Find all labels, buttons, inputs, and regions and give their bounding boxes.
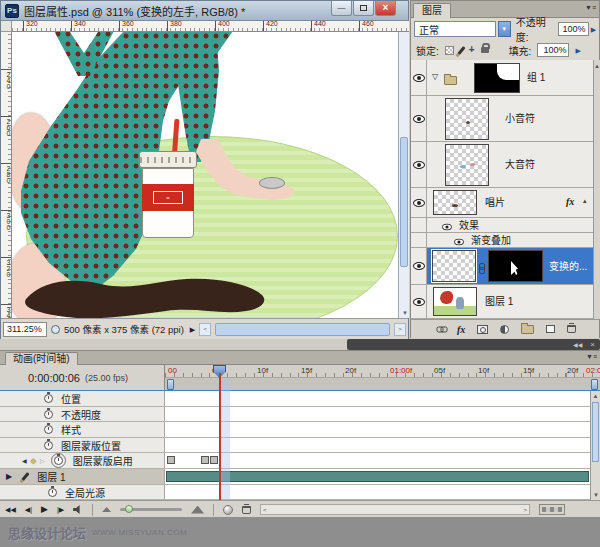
layer-thumbnail[interactable] xyxy=(433,190,477,215)
stopwatch-icon[interactable] xyxy=(44,441,53,450)
opacity-slider-icon[interactable] xyxy=(591,26,596,33)
close-dock-icon[interactable] xyxy=(590,341,595,349)
timecode[interactable]: 0:00:00:06 xyxy=(28,372,80,384)
work-area-end-handle[interactable] xyxy=(591,379,598,390)
stopwatch-icon[interactable] xyxy=(44,394,53,403)
st opwatch-icon[interactable] xyxy=(48,488,57,497)
slider-knob[interactable] xyxy=(125,505,133,513)
eye-icon[interactable] xyxy=(413,74,425,82)
link-layers-icon[interactable] xyxy=(437,326,448,332)
scroll-thumb[interactable] xyxy=(592,402,599,462)
work-area-start-handle[interactable] xyxy=(167,379,174,390)
gradient-overlay-row[interactable]: 渐变叠加 xyxy=(411,233,593,248)
layer-row-big-note[interactable]: 大音符 xyxy=(411,142,593,188)
panel-menu-icon[interactable] xyxy=(586,353,597,360)
fill-field[interactable]: 100% xyxy=(537,43,569,57)
timeline-zoom-slider[interactable] xyxy=(120,508,182,511)
scroll-thumb[interactable] xyxy=(400,137,408,267)
layer-thumbnail[interactable] xyxy=(432,250,476,282)
tab-layers[interactable]: 图层 xyxy=(413,3,451,18)
eye-icon[interactable] xyxy=(413,262,425,270)
adjustment-layer-icon[interactable] xyxy=(500,325,509,334)
collapse-dock-icon[interactable] xyxy=(573,342,582,348)
layer-row-layer1[interactable]: 图层 1 xyxy=(411,285,593,319)
layer-name[interactable]: 组 1 xyxy=(527,72,545,84)
track-row-opacity[interactable]: 不透明度 xyxy=(0,407,600,422)
scroll-right-icon[interactable] xyxy=(524,507,528,513)
layer-name[interactable]: 大音符 xyxy=(505,159,535,171)
hscroll-right-arrow[interactable] xyxy=(394,323,406,336)
track-row-global-light[interactable]: 全局光源 xyxy=(0,485,600,500)
delete-layer-icon[interactable] xyxy=(567,325,576,333)
visibility-cell[interactable] xyxy=(411,285,427,318)
lock-paint-icon[interactable] xyxy=(457,46,465,55)
keyframe-diamond-icon[interactable] xyxy=(31,457,36,464)
track-row-mask-enable[interactable]: 图层蒙版启用 xyxy=(0,453,600,469)
keyframe-marker[interactable] xyxy=(201,456,209,464)
zoom-in-icon[interactable] xyxy=(191,506,204,514)
delete-keyframe-icon[interactable] xyxy=(242,506,251,514)
tracks-vertical-scrollbar[interactable] xyxy=(590,391,600,500)
keyframe-marker[interactable] xyxy=(167,456,175,464)
timeline-horizontal-scrollbar[interactable] xyxy=(260,504,530,515)
lock-move-icon[interactable] xyxy=(469,45,475,55)
layer-thumbnail[interactable] xyxy=(433,287,477,316)
blend-mode-dropdown-icon[interactable] xyxy=(498,21,511,37)
fill-slider-icon[interactable] xyxy=(575,47,580,54)
canvas-horizontal-scrollbar[interactable] xyxy=(215,323,390,336)
lock-all-icon[interactable] xyxy=(481,47,489,53)
layer-name[interactable]: 唱片 xyxy=(485,197,505,209)
track-row-position[interactable]: 位置 xyxy=(0,391,600,407)
stopwatch-icon-active[interactable] xyxy=(54,456,63,465)
layers-scrollbar[interactable] xyxy=(593,60,600,319)
scroll-down-icon[interactable] xyxy=(402,310,408,316)
effects-label[interactable]: 效果 xyxy=(459,220,479,232)
status-flyout-icon[interactable] xyxy=(190,326,195,333)
layer-thumbnail[interactable] xyxy=(445,98,489,140)
prev-keyframe-icon[interactable] xyxy=(22,458,27,464)
layer-name[interactable]: 变换的... xyxy=(549,261,587,273)
zoom-level-field[interactable]: 311.25% xyxy=(3,322,47,337)
visibility-cell[interactable] xyxy=(411,188,427,217)
effects-row[interactable]: 效果 xyxy=(411,218,593,233)
play-button[interactable] xyxy=(41,505,48,514)
panel-menu-icon[interactable] xyxy=(585,4,596,11)
timeline-units-button[interactable] xyxy=(539,504,565,515)
layer-name[interactable]: 图层 1 xyxy=(485,296,513,308)
add-mask-icon[interactable] xyxy=(477,325,488,334)
zoom-out-icon[interactable] xyxy=(102,507,111,512)
layer-row-record[interactable]: 唱片 fx xyxy=(411,188,593,218)
blend-mode-select[interactable]: 正常 xyxy=(414,21,496,37)
scroll-down-icon[interactable] xyxy=(593,492,599,498)
restore-button[interactable] xyxy=(353,1,374,16)
visibility-cell[interactable] xyxy=(411,96,427,141)
audio-toggle-icon[interactable] xyxy=(73,505,83,514)
expand-layer-icon[interactable] xyxy=(6,473,12,481)
eye-icon[interactable] xyxy=(413,161,425,169)
keyframe-marker[interactable] xyxy=(210,456,218,464)
layer-thumbnail[interactable] xyxy=(445,144,489,186)
visibility-cell[interactable] xyxy=(411,60,427,95)
opacity-field[interactable]: 100% xyxy=(558,22,588,36)
gradient-overlay-label[interactable]: 渐变叠加 xyxy=(471,235,511,247)
track-row-style[interactable]: 样式 xyxy=(0,422,600,438)
new-layer-icon[interactable] xyxy=(546,325,555,333)
layer-row-group1[interactable]: 组 1 xyxy=(411,60,593,96)
eye-icon[interactable] xyxy=(413,115,425,123)
close-button[interactable] xyxy=(375,1,396,16)
canvas-vertical-scrollbar[interactable] xyxy=(398,32,409,318)
eye-icon[interactable] xyxy=(454,239,464,245)
scroll-up-icon[interactable] xyxy=(593,393,599,399)
stopwatch-icon[interactable] xyxy=(44,410,53,419)
fx-collapse-icon[interactable] xyxy=(583,197,587,204)
track-row-mask-position[interactable]: 图层蒙版位置 xyxy=(0,438,600,453)
layer-fx-badge[interactable]: fx xyxy=(566,196,574,207)
layer-row-small-note[interactable]: 小音符 xyxy=(411,96,593,142)
new-group-icon[interactable] xyxy=(521,325,534,334)
canvas[interactable]: ≈ xyxy=(12,32,398,318)
scroll-left-icon[interactable] xyxy=(263,507,267,513)
eye-icon[interactable] xyxy=(413,298,425,306)
previous-frame-button[interactable] xyxy=(25,506,32,513)
visibility-cell[interactable] xyxy=(411,248,427,284)
onion-skin-icon[interactable] xyxy=(223,505,233,515)
